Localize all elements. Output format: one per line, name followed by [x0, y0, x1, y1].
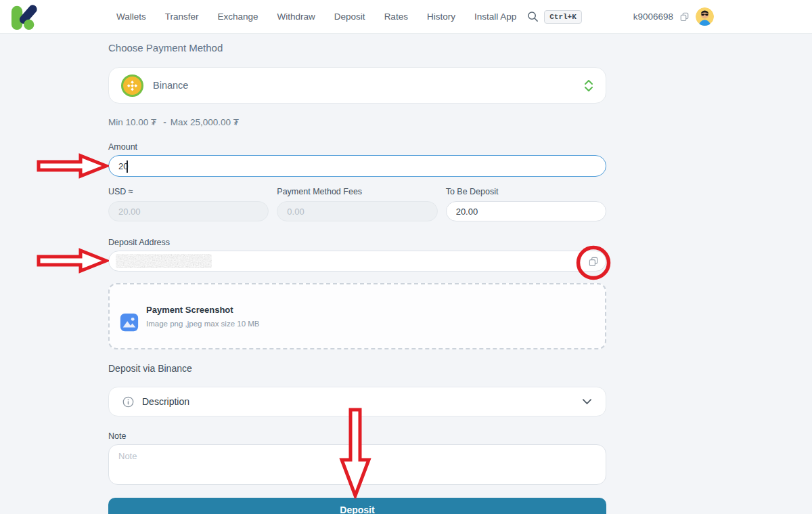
deposit-form: Choose Payment Method Binance	[108, 34, 606, 514]
select-chevrons-icon	[584, 79, 593, 92]
page-title: Choose Payment Method	[108, 42, 606, 53]
censored-address	[116, 254, 212, 268]
limit-min: Min 10.00 ₮	[108, 117, 156, 127]
amount-input[interactable]	[108, 155, 606, 177]
nav-item-rates[interactable]: Rates	[384, 12, 408, 22]
app-logo[interactable]	[9, 3, 41, 31]
payment-screenshot-dropzone[interactable]: Payment Screenshot Image png ,jpeg max s…	[108, 283, 606, 349]
deposit-button[interactable]: Deposit	[108, 498, 606, 514]
username[interactable]: k9006698	[633, 12, 673, 22]
chevron-down-icon	[582, 398, 592, 405]
fees-input	[277, 201, 437, 221]
nav-item-history[interactable]: History	[427, 12, 455, 22]
main-nav: Wallets Transfer Exchange Withdraw Depos…	[116, 12, 516, 22]
search-shortcut-badge[interactable]: Ctrl+K	[544, 10, 582, 24]
to-be-deposit-label: To Be Deposit	[446, 187, 606, 197]
nav-item-deposit[interactable]: Deposit	[334, 12, 365, 22]
payment-method-value: Binance	[153, 80, 188, 91]
avatar[interactable]	[696, 7, 714, 26]
amount-label: Amount	[108, 142, 606, 152]
dropzone-text: Payment Screenshot Image png ,jpeg max s…	[146, 305, 259, 328]
screen: Wallets Transfer Exchange Withdraw Depos…	[0, 0, 812, 514]
copy-icon	[588, 256, 599, 267]
usd-input	[108, 201, 269, 221]
limit-separator: -	[163, 117, 166, 127]
text-cursor	[127, 160, 128, 173]
nav-item-transfer[interactable]: Transfer	[165, 12, 199, 22]
dropzone-title: Payment Screenshot	[146, 305, 259, 315]
dropzone-hint: Image png ,jpeg max size 10 MB	[146, 320, 259, 328]
annotation-arrow-address	[36, 248, 109, 274]
search-icon[interactable]	[527, 11, 539, 22]
copy-address-button[interactable]	[587, 255, 600, 268]
deposit-via-text: Deposit via Binance	[108, 363, 606, 374]
nav-item-withdraw[interactable]: Withdraw	[277, 12, 315, 22]
limit-max: Max 25,000.00 ₮	[171, 117, 239, 127]
to-be-deposit-input[interactable]	[446, 201, 606, 221]
deposit-address-label: Deposit Address	[108, 238, 606, 248]
search-area: Ctrl+K	[527, 10, 582, 24]
note-label: Note	[108, 431, 606, 442]
description-accordion[interactable]: Description	[108, 387, 606, 416]
limits-text: Min 10.00 ₮-Max 25,000.00 ₮	[108, 117, 606, 128]
payment-method-select[interactable]: Binance	[108, 67, 606, 104]
deposit-address-field[interactable]	[108, 251, 606, 272]
image-icon	[119, 312, 139, 333]
account-area: k9006698	[633, 7, 812, 26]
binance-icon	[121, 74, 143, 97]
k-logo-icon	[9, 3, 41, 31]
description-label: Description	[142, 396, 189, 407]
annotation-arrow-amount	[36, 153, 109, 179]
note-input[interactable]	[108, 444, 606, 485]
amount-summary-row: USD ≈ Payment Method Fees To Be Deposit	[108, 187, 606, 221]
top-nav: Wallets Transfer Exchange Withdraw Depos…	[0, 0, 812, 34]
nav-item-install-app[interactable]: Install App	[474, 12, 516, 22]
nav-item-wallets[interactable]: Wallets	[116, 12, 146, 22]
fees-label: Payment Method Fees	[277, 187, 437, 197]
nav-item-exchange[interactable]: Exchange	[218, 12, 258, 22]
info-icon	[122, 396, 134, 408]
usd-label: USD ≈	[108, 187, 269, 197]
copy-username-icon[interactable]	[679, 12, 690, 22]
